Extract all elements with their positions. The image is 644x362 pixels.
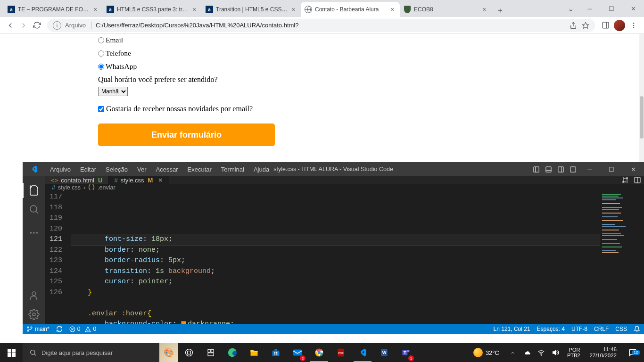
scrollbar-thumb[interactable] (640, 96, 644, 139)
settings-gear-icon[interactable] (23, 305, 45, 324)
menu-executar[interactable]: Executar (184, 164, 215, 175)
tab-1[interactable]: a HTML5 e CSS3 parte 3: traba × (103, 2, 202, 17)
start-button[interactable] (0, 343, 23, 362)
menu-seleção[interactable]: Seleção (102, 164, 132, 175)
layout-centered-icon[interactable] (567, 164, 578, 174)
onedrive-icon[interactable] (522, 349, 532, 356)
editor-tab-style-css[interactable]: # style.css M × (108, 176, 168, 184)
layout-panel-right-icon[interactable] (555, 164, 566, 174)
code-line[interactable]: transition: 1s background; (71, 266, 600, 277)
eol-status[interactable]: CRLF (594, 326, 609, 332)
newsletter-checkbox-row[interactable]: Gostaria de receber nossas novidades por… (98, 105, 644, 113)
vscode-minimize-button[interactable]: ─ (579, 162, 601, 176)
taskbar-app-store[interactable] (265, 343, 287, 362)
code-line[interactable]: border: none; (71, 245, 600, 256)
editor-tab-contato-html[interactable]: <> contato.html U (45, 176, 108, 184)
minimize-button[interactable]: ─ (579, 1, 601, 16)
task-view-icon[interactable] (178, 343, 200, 362)
widgets-button[interactable]: 🎨 (159, 343, 178, 362)
maximize-button[interactable]: ☐ (601, 1, 622, 16)
side-panel-icon[interactable] (599, 19, 612, 32)
code-line[interactable]: cursor: pointer; (71, 277, 600, 288)
notifications-icon[interactable] (634, 326, 640, 332)
breadcrumb[interactable]: # style.css › .enviar (45, 184, 644, 191)
encoding-status[interactable]: UTF-8 (571, 326, 587, 332)
taskbar-app-teams[interactable]: T1 (395, 343, 417, 362)
page-scrollbar[interactable] (639, 34, 644, 162)
search-icon[interactable] (23, 200, 45, 219)
code-editor[interactable]: 117118119120121122123124125126 font-size… (45, 191, 644, 324)
volume-icon[interactable] (550, 349, 561, 356)
git-branch-status[interactable]: main* (26, 326, 50, 332)
close-icon[interactable]: × (289, 6, 297, 13)
tray-chevron-up-icon[interactable] (508, 350, 518, 355)
tab-4[interactable]: ECOB8 × (400, 2, 492, 17)
tab-2[interactable]: a Transition | HTML5 e CSS3 p × (202, 2, 301, 17)
close-icon[interactable]: × (91, 6, 99, 13)
taskbar-app-vscode[interactable] (352, 343, 373, 362)
radio-telefone[interactable]: Telefone (98, 49, 644, 58)
code-line[interactable]: } (71, 288, 600, 298)
code-line[interactable]: .enviar :hover{ (71, 309, 600, 320)
menu-acessar[interactable]: Acessar (152, 164, 182, 175)
close-icon[interactable]: × (158, 176, 162, 184)
taskbar-app-pdf[interactable]: PDF (330, 343, 352, 362)
radio-input[interactable] (98, 37, 104, 43)
action-center-icon[interactable]: 10 (623, 348, 642, 357)
menu-ver[interactable]: Ver (133, 164, 150, 175)
radio-input[interactable] (98, 64, 104, 70)
clock[interactable]: 11:46 27/10/2022 (586, 346, 619, 359)
reload-button[interactable] (30, 19, 43, 32)
vscode-close-button[interactable]: ✕ (622, 162, 644, 176)
split-editor-icon[interactable] (634, 176, 641, 184)
share-icon[interactable] (570, 22, 577, 29)
profile-avatar[interactable] (614, 20, 625, 31)
radio-input[interactable] (98, 50, 104, 57)
taskbar-app-chrome[interactable] (308, 343, 330, 362)
tab-0[interactable]: a TE – PROGRAMA DE FORMA × (4, 2, 103, 17)
vscode-maximize-button[interactable]: ☐ (601, 162, 622, 176)
language-indicator[interactable]: POR PTB2 (564, 347, 583, 358)
close-icon[interactable]: × (480, 6, 488, 13)
taskbar-app-explorer[interactable] (243, 343, 265, 362)
newsletter-checkbox[interactable] (98, 106, 104, 112)
bookmark-icon[interactable] (582, 22, 589, 29)
problems-status[interactable]: 0 0 (69, 326, 96, 332)
horario-select[interactable]: Manhã (98, 87, 128, 96)
explorer-icon[interactable] (23, 181, 45, 200)
tab-3-active[interactable]: Contato - Barbearia Alura × (301, 2, 400, 17)
layout-panel-left-icon[interactable] (530, 164, 542, 174)
taskbar-app-cortana[interactable] (200, 343, 222, 362)
new-tab-button[interactable]: ＋ (494, 4, 507, 17)
account-icon[interactable] (23, 286, 45, 305)
close-icon[interactable]: × (190, 6, 198, 13)
back-button[interactable] (4, 19, 17, 32)
taskbar-search[interactable]: Digite aqui para pesquisar (23, 343, 159, 362)
menu-terminal[interactable]: Terminal (217, 164, 248, 175)
close-window-button[interactable]: ✕ (622, 1, 644, 16)
compare-changes-icon[interactable] (621, 176, 629, 184)
address-bar[interactable]: i Arquivo C:/Users/fferraz/Desktop/Curso… (47, 19, 595, 32)
code-text[interactable]: font-size: 18px; border: none; border-ra… (71, 191, 600, 324)
taskbar-app-mail[interactable]: 2 (287, 343, 308, 362)
sync-status[interactable] (56, 326, 63, 332)
code-line[interactable]: border-radius: 5px; (71, 255, 600, 266)
close-icon[interactable]: × (388, 6, 396, 13)
weather-widget[interactable]: 32°C (469, 348, 504, 357)
menu-editar[interactable]: Editar (76, 164, 100, 175)
language-mode[interactable]: CSS (615, 326, 627, 332)
taskbar-app-edge[interactable] (222, 343, 243, 362)
wifi-icon[interactable] (536, 349, 546, 356)
menu-ajuda[interactable]: Ajuda (250, 164, 273, 175)
indentation-status[interactable]: Espaços: 4 (537, 326, 565, 332)
menu-icon[interactable] (627, 19, 640, 32)
minimap[interactable] (600, 191, 637, 324)
submit-button[interactable]: Enviar formulário (98, 123, 275, 146)
forward-button[interactable] (17, 19, 30, 32)
radio-email[interactable]: Email (98, 36, 644, 44)
editor-scrollbar[interactable] (637, 191, 644, 324)
radio-whatsapp[interactable]: WhatsApp (98, 62, 644, 71)
menu-arquivo[interactable]: Arquivo (46, 164, 74, 175)
code-line[interactable] (71, 298, 600, 309)
cursor-position[interactable]: Ln 121, Col 21 (494, 326, 530, 332)
